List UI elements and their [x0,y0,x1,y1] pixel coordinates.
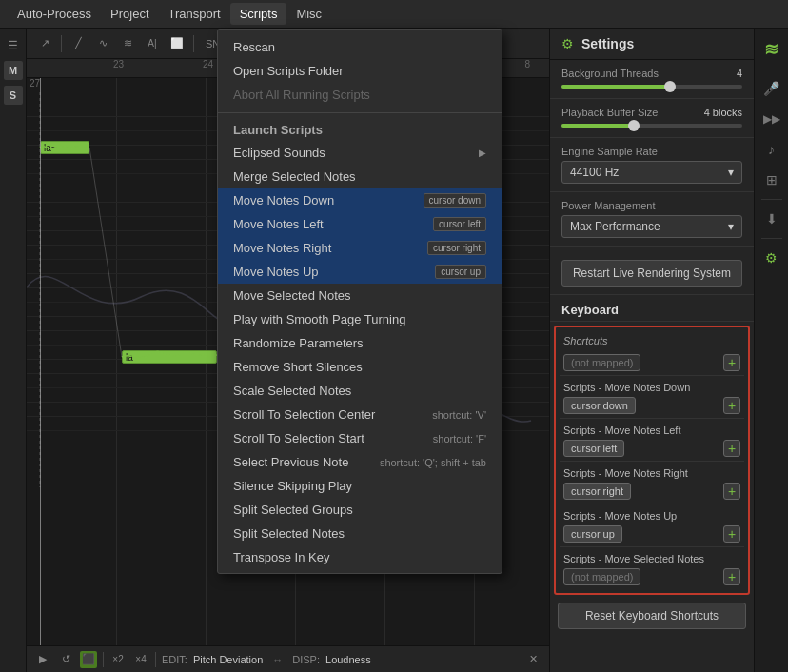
music-note-icon[interactable]: ♪ [758,136,785,163]
submenu-arrow: ▶ [479,148,486,158]
playhead [40,78,41,645]
not-mapped-row: (not mapped) + [563,354,740,371]
bottom-sep [103,652,104,667]
rewind-icon[interactable]: ↺ [57,651,74,668]
bg-threads-thumb[interactable] [664,81,676,92]
restart-section: Restart Live Rendering System [550,247,754,295]
shortcut-name-move-right: Scripts - Move Notes Right [563,467,740,479]
eclipsed-sounds-label: Eclipsed Sounds [233,146,325,160]
menu-rescan[interactable]: Rescan [218,35,502,59]
menu-move-notes-left[interactable]: Move Notes Left cursor left [218,212,502,236]
shortcut-add-btn-3[interactable]: + [723,483,740,500]
ruler-mark-8: 8 [522,59,530,69]
curve-tool[interactable]: ∿ [92,33,113,54]
menu-remove-short-silences[interactable]: Remove Short Silences [218,355,502,379]
shortcut-key-right: cursor right [563,483,631,500]
menu-scripts[interactable]: Scripts [230,3,287,25]
hamburger-icon[interactable]: ☰ [4,36,23,55]
m-button[interactable]: M [4,61,23,80]
menu-split-selected-groups[interactable]: Split Selected Groups [218,498,502,522]
shortcut-key-down: cursor down [563,397,636,414]
bg-threads-slider[interactable] [561,85,742,89]
reset-keyboard-btn[interactable]: Reset Keyboard Shortcuts [558,603,746,629]
far-sep-1 [761,69,782,69]
camera-tool[interactable]: ⬜ [167,33,187,54]
shortcut-entry-move-notes-left: Scripts - Move Notes Left cursor left + [560,419,744,462]
menu-merge-selected-notes[interactable]: Merge Selected Notes [218,165,502,188]
sample-rate-dropdown[interactable]: 44100 Hz ▾ [561,161,742,184]
shortcut-entry-move-selected: Scripts - Move Selected Notes (not mappe… [560,547,744,589]
zoom-x2[interactable]: ×2 [109,651,127,668]
move-notes-up-shortcut: cursor up [435,265,486,279]
settings-gear-icon: ⚙ [561,36,574,51]
power-mgmt-value: Max Performance [570,220,660,233]
shortcut-add-btn-0[interactable]: + [723,354,740,371]
shortcut-key-left: cursor left [563,440,624,457]
menu-auto-process[interactable]: Auto-Process [8,3,101,25]
split-notes-label: Split Selected Notes [233,526,345,541]
menu-play-smooth[interactable]: Play with Smooth Page Turning [218,307,502,331]
menu-move-notes-right[interactable]: Move Notes Right cursor right [218,236,502,260]
note-2[interactable]: la [122,350,217,364]
play-smooth-label: Play with Smooth Page Turning [233,312,405,326]
s-button[interactable]: S [4,86,23,105]
shortcut-add-btn-1[interactable]: + [723,397,740,414]
shortcut-add-btn-4[interactable]: + [723,525,740,543]
menu-scroll-selection-center[interactable]: Scroll To Selection Center shortcut: 'V' [218,403,502,426]
line-tool[interactable]: ╱ [68,33,89,54]
close-bottom-icon[interactable]: ✕ [524,651,542,668]
cursor-tool[interactable]: ↗ [34,33,55,54]
note-1[interactable]: la~ [40,141,89,154]
power-mgmt-dropdown[interactable]: Max Performance ▾ [561,215,742,238]
shortcut-name-move-up: Scripts - Move Notes Up [563,510,740,522]
brand-logo: ≋ [758,36,785,63]
settings-header: ⚙ Settings [550,29,754,60]
menu-scale-selected-notes[interactable]: Scale Selected Notes [218,379,502,403]
abort-label: Abort All Running Scripts [233,88,370,102]
playback-buffer-thumb[interactable] [628,120,640,131]
menu-project[interactable]: Project [101,3,158,25]
ruler-mark-24: 24 [200,59,213,69]
menu-transpose-in-key[interactable]: Transpose In Key [218,545,502,569]
restart-btn[interactable]: Restart Live Rendering System [561,260,742,287]
menu-move-notes-down[interactable]: Move Notes Down cursor down [218,188,502,212]
playback-buffer-slider[interactable] [561,124,742,128]
menu-divider-1 [218,112,502,113]
menu-abort-scripts: Abort All Running Scripts [218,83,502,107]
shortcut-add-btn-2[interactable]: + [723,440,740,457]
video-icon[interactable]: ▶▶ [758,106,785,132]
move-notes-right-label: Move Notes Right [233,241,331,255]
menu-open-scripts-folder[interactable]: Open Scripts Folder [218,59,502,83]
arrow-down-icon[interactable]: ⬇ [758,206,785,232]
menu-silence-skipping[interactable]: Silence Skipping Play [218,474,502,498]
disp-value: Loudness [325,654,371,665]
scripts-dropdown-menu: Rescan Open Scripts Folder Abort All Run… [217,29,502,574]
play-icon[interactable]: ▶ [34,651,51,668]
settings-title: Settings [581,36,634,51]
menu-eclipsed-sounds[interactable]: Eclipsed Sounds ▶ [218,141,502,165]
menu-misc[interactable]: Misc [286,3,331,25]
menu-split-selected-notes[interactable]: Split Selected Notes [218,522,502,545]
shortcut-add-btn-5[interactable]: + [723,568,740,585]
scroll-center-label: Scroll To Selection Center [233,407,375,422]
silence-skip-label: Silence Skipping Play [233,479,352,493]
record-icon[interactable]: ⬛ [80,651,97,668]
menu-select-previous-note[interactable]: Select Previous Note shortcut: 'Q'; shif… [218,450,502,474]
text-tool[interactable]: A| [142,33,163,54]
open-scripts-label: Open Scripts Folder [233,64,344,78]
move-selected-notes-label: Move Selected Notes [233,288,351,303]
gear-settings-icon[interactable]: ⚙ [758,245,785,271]
mic-icon[interactable]: 🎤 [758,75,785,102]
zoom-x4[interactable]: ×4 [132,651,149,668]
layers-icon[interactable]: ⊞ [758,167,785,193]
split-groups-label: Split Selected Groups [233,503,353,517]
toolbar-sep-2 [193,35,194,52]
menu-move-selected-notes[interactable]: Move Selected Notes [218,284,502,307]
wave-tool[interactable]: ≋ [117,33,138,54]
shortcut-key-up: cursor up [563,525,622,543]
menu-scroll-selection-start[interactable]: Scroll To Selection Start shortcut: 'F' [218,426,502,450]
far-sep-3 [761,238,782,239]
menu-move-notes-up[interactable]: Move Notes Up cursor up [218,260,502,284]
menu-transport[interactable]: Transport [159,3,230,25]
menu-randomize-params[interactable]: Randomize Parameters [218,331,502,355]
